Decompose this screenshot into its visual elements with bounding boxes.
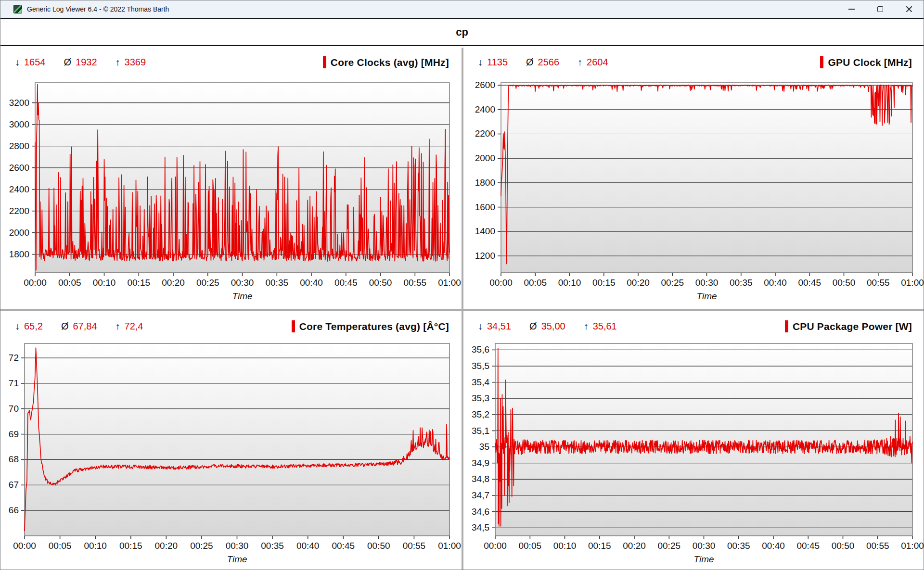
y-tick-label: 34,9: [463, 458, 489, 469]
y-tick-label: 2000: [463, 153, 495, 164]
titlebar[interactable]: Generic Log Viewer 6.4 - © 2022 Thomas B…: [0, 0, 924, 19]
y-tick-label: 34,6: [463, 507, 489, 517]
chart-panel-core-temperatures: ↓65,2 Ø67,84 ↑72,4 Core Temperatures (av…: [0, 309, 462, 570]
close-button[interactable]: [895, 0, 924, 18]
y-tick-label: 2800: [0, 141, 29, 152]
x-tick-label: 00:55: [394, 541, 434, 551]
chart-plot-svg: [495, 343, 912, 536]
y-tick-label: 3000: [0, 119, 29, 130]
y-tick-label: 68: [0, 454, 19, 465]
page-title: cp: [456, 26, 468, 38]
chart-plot-svg: [501, 83, 912, 273]
time-axis-label: Time: [35, 291, 449, 302]
y-tick-label: 2600: [463, 80, 495, 90]
y-tick-label: 1800: [0, 249, 29, 260]
y-tick-label: 2000: [0, 228, 29, 238]
x-tick-label: 00:05: [40, 541, 80, 551]
y-tick-label: 69: [0, 429, 19, 440]
chart-core-clocks[interactable]: 1800200022002400260028003000320000:0000:…: [0, 48, 462, 309]
x-tick-label: 00:30: [217, 541, 257, 551]
y-tick-label: 2400: [463, 104, 495, 115]
y-tick-label: 34,5: [463, 522, 489, 533]
x-tick-label: 00:15: [111, 541, 151, 551]
x-tick-label: 00:35: [252, 541, 293, 551]
y-tick-label: 67: [0, 480, 19, 490]
minimize-button[interactable]: [837, 0, 866, 18]
y-tick-label: 34,7: [463, 490, 489, 501]
y-tick-label: 66: [0, 505, 19, 516]
x-tick-label: 00:50: [359, 541, 399, 551]
x-tick-label: 00:45: [323, 541, 363, 551]
y-tick-label: 2200: [463, 128, 495, 139]
y-tick-label: 35,2: [463, 409, 489, 420]
y-tick-label: 2600: [0, 163, 29, 173]
page-header: cp: [0, 20, 924, 46]
y-tick-label: 3200: [0, 98, 29, 108]
time-axis-label: Time: [495, 554, 912, 565]
y-tick-label: 1800: [463, 177, 495, 188]
x-tick-label: 00:25: [181, 541, 222, 551]
window-title: Generic Log Viewer 6.4 - © 2022 Thomas B…: [27, 5, 169, 13]
window-controls: [837, 0, 924, 18]
y-tick-label: 72: [0, 353, 19, 363]
y-tick-label: 1400: [463, 226, 495, 237]
y-tick-label: 35,1: [463, 426, 489, 436]
panel-divider-horizontal: [0, 309, 924, 311]
time-axis-label: Time: [25, 554, 449, 565]
y-tick-label: 35,5: [463, 361, 489, 371]
minimize-icon: [848, 9, 855, 10]
x-tick-label: 01:00: [892, 541, 924, 551]
y-tick-label: 70: [0, 404, 19, 414]
y-tick-label: 2400: [0, 184, 29, 195]
chart-plot-svg: [35, 83, 449, 273]
y-tick-label: 71: [0, 378, 19, 389]
chart-plot-svg: [25, 343, 449, 536]
chart-core-temperatures[interactable]: 6667686970717200:0000:0500:1000:1500:200…: [0, 309, 462, 570]
y-tick-label: 35,3: [463, 393, 489, 404]
time-axis-label: Time: [501, 291, 912, 302]
y-tick-label: 35,6: [463, 344, 489, 355]
close-icon: [906, 6, 912, 13]
x-tick-label: 00:10: [75, 541, 116, 551]
app-window: Generic Log Viewer 6.4 - © 2022 Thomas B…: [0, 0, 924, 570]
chart-gpu-clock[interactable]: 1200140016001800200022002400260000:0000:…: [463, 48, 924, 309]
y-tick-label: 35,4: [463, 377, 489, 388]
x-tick-label: 00:40: [288, 541, 328, 551]
y-tick-label: 1600: [463, 202, 495, 213]
chart-cpu-package-power[interactable]: 34,534,634,734,834,93535,135,235,335,435…: [463, 309, 924, 570]
x-tick-label: 00:20: [146, 541, 186, 551]
x-tick-label: 01:00: [892, 278, 924, 288]
chart-panel-core-clocks: ↓1654 Ø1932 ↑3369 Core Clocks (avg) [MHz…: [0, 48, 462, 309]
charts-grid: ↓1654 Ø1932 ↑3369 Core Clocks (avg) [MHz…: [0, 48, 924, 570]
maximize-icon: [877, 6, 883, 12]
y-tick-label: 1200: [463, 251, 495, 261]
y-tick-label: 34,8: [463, 474, 489, 484]
y-tick-label: 2200: [0, 206, 29, 216]
x-tick-label: 00:00: [4, 541, 45, 551]
app-icon: [13, 5, 22, 13]
y-tick-label: 35: [463, 442, 489, 452]
chart-panel-gpu-clock: ↓1135 Ø2566 ↑2604 GPU Clock [MHz] 120014…: [463, 48, 924, 309]
maximize-button[interactable]: [866, 0, 895, 18]
chart-panel-cpu-package-power: ↓34,51 Ø35,00 ↑35,61 CPU Package Power […: [463, 309, 924, 570]
